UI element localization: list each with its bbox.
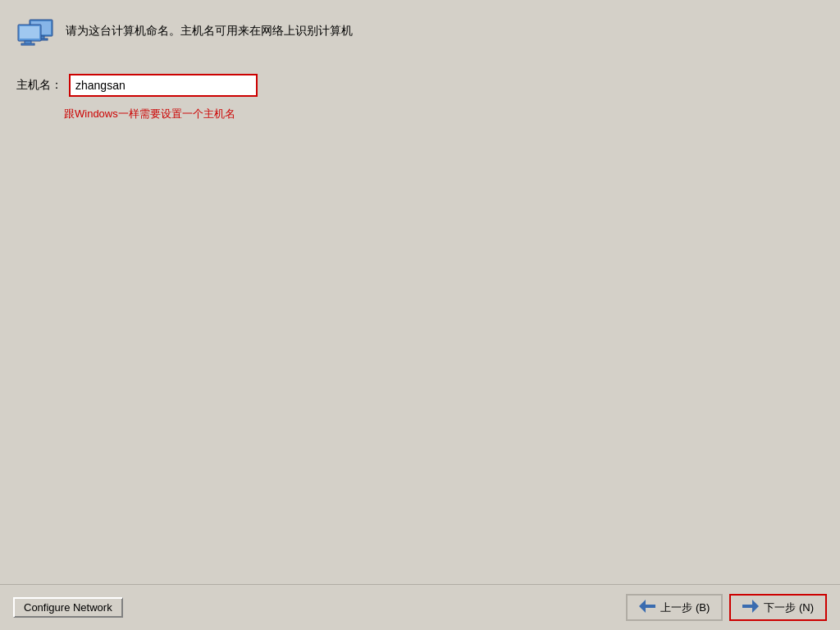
main-content: 请为这台计算机命名。主机名可用来在网络上识别计算机 主机名： 跟Windows一… — [0, 0, 840, 138]
hostname-input[interactable] — [69, 74, 258, 97]
form-row: 主机名： — [16, 74, 824, 97]
svg-rect-7 — [21, 43, 34, 45]
next-label: 下一步 (N) — [764, 600, 814, 615]
configure-network-button[interactable]: Configure Network — [13, 597, 123, 618]
back-arrow-icon — [639, 600, 655, 615]
computers-icon — [16, 16, 56, 49]
hostname-label: 主机名： — [16, 78, 62, 93]
nav-buttons: 上一步 (B) 下一步 (N) — [626, 594, 827, 621]
next-arrow-icon — [742, 600, 759, 615]
hint-text: 跟Windows一样需要设置一个主机名 — [64, 107, 824, 121]
bottom-bar: Configure Network 上一步 (B) 下一步 (N) — [0, 584, 840, 630]
back-label: 上一步 (B) — [660, 600, 710, 615]
header-area: 请为这台计算机命名。主机名可用来在网络上识别计算机 — [16, 16, 824, 49]
header-description: 请为这台计算机命名。主机名可用来在网络上识别计算机 — [66, 23, 353, 39]
svg-marker-9 — [742, 600, 759, 613]
back-button[interactable]: 上一步 (B) — [626, 594, 723, 621]
next-button[interactable]: 下一步 (N) — [729, 594, 827, 621]
svg-marker-8 — [639, 600, 655, 613]
svg-rect-5 — [20, 26, 39, 39]
